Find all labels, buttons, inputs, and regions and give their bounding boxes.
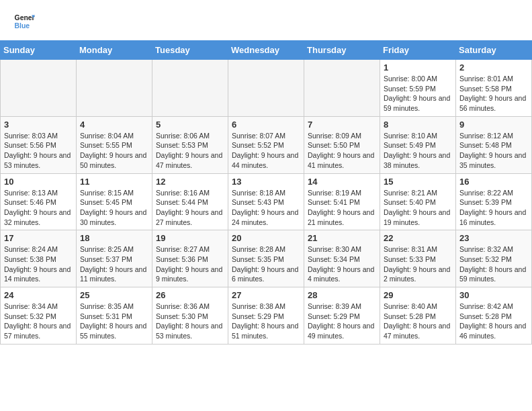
day-number: 8 [384,120,452,130]
calendar-cell: 13Sunrise: 8:18 AM Sunset: 5:43 PM Dayli… [228,173,304,230]
calendar-week-row: 24Sunrise: 8:34 AM Sunset: 5:32 PM Dayli… [1,287,532,345]
calendar-table: SundayMondayTuesdayWednesdayThursdayFrid… [0,40,532,345]
calendar-cell: 27Sunrise: 8:38 AM Sunset: 5:29 PM Dayli… [228,287,304,345]
calendar-cell: 3Sunrise: 8:03 AM Sunset: 5:56 PM Daylig… [1,116,77,173]
day-number: 14 [308,177,376,187]
calendar-cell: 1Sunrise: 8:00 AM Sunset: 5:59 PM Daylig… [380,60,456,117]
calendar-cell: 30Sunrise: 8:42 AM Sunset: 5:28 PM Dayli… [456,287,532,345]
day-number: 1 [384,62,452,73]
calendar-cell: 29Sunrise: 8:40 AM Sunset: 5:28 PM Dayli… [380,287,456,345]
calendar-cell [228,60,304,117]
day-info: Sunrise: 8:12 AM Sunset: 5:48 PM Dayligh… [459,131,528,171]
day-number: 4 [80,120,148,130]
day-number: 26 [156,290,224,300]
day-number: 19 [156,233,224,243]
day-number: 9 [459,120,528,130]
calendar-cell: 9Sunrise: 8:12 AM Sunset: 5:48 PM Daylig… [456,116,532,173]
calendar-cell [77,60,152,117]
weekday-header-wednesday: Wednesday [228,41,304,60]
day-info: Sunrise: 8:15 AM Sunset: 5:45 PM Dayligh… [80,188,148,228]
day-info: Sunrise: 8:39 AM Sunset: 5:29 PM Dayligh… [308,302,376,341]
weekday-header-friday: Friday [380,41,456,60]
day-info: Sunrise: 8:13 AM Sunset: 5:46 PM Dayligh… [4,188,73,228]
calendar-cell [1,60,77,117]
day-number: 13 [232,177,300,187]
page-header: General Blue [0,0,532,35]
calendar-cell: 14Sunrise: 8:19 AM Sunset: 5:41 PM Dayli… [304,173,380,230]
day-info: Sunrise: 8:16 AM Sunset: 5:44 PM Dayligh… [156,188,224,228]
day-info: Sunrise: 8:28 AM Sunset: 5:35 PM Dayligh… [232,244,300,284]
calendar-cell: 24Sunrise: 8:34 AM Sunset: 5:32 PM Dayli… [1,287,77,345]
day-info: Sunrise: 8:31 AM Sunset: 5:33 PM Dayligh… [384,244,452,284]
svg-text:General: General [15,14,35,21]
day-number: 25 [80,290,148,300]
calendar-cell: 16Sunrise: 8:22 AM Sunset: 5:39 PM Dayli… [456,173,532,230]
day-number: 11 [80,177,148,187]
day-info: Sunrise: 8:21 AM Sunset: 5:40 PM Dayligh… [384,188,452,228]
calendar-cell [304,60,380,117]
day-number: 21 [308,233,376,243]
day-number: 28 [308,290,376,300]
day-info: Sunrise: 8:09 AM Sunset: 5:50 PM Dayligh… [308,131,376,171]
day-info: Sunrise: 8:36 AM Sunset: 5:30 PM Dayligh… [156,302,224,341]
day-number: 23 [459,233,528,243]
calendar-cell: 8Sunrise: 8:10 AM Sunset: 5:49 PM Daylig… [380,116,456,173]
day-info: Sunrise: 8:01 AM Sunset: 5:58 PM Dayligh… [459,74,528,113]
day-number: 24 [4,290,73,300]
day-info: Sunrise: 8:06 AM Sunset: 5:53 PM Dayligh… [156,131,224,171]
day-info: Sunrise: 8:18 AM Sunset: 5:43 PM Dayligh… [232,188,300,228]
weekday-header-thursday: Thursday [304,41,380,60]
calendar-week-row: 1Sunrise: 8:00 AM Sunset: 5:59 PM Daylig… [1,60,532,117]
day-info: Sunrise: 8:35 AM Sunset: 5:31 PM Dayligh… [80,302,148,341]
calendar-cell: 22Sunrise: 8:31 AM Sunset: 5:33 PM Dayli… [380,230,456,287]
day-number: 3 [4,120,73,130]
day-number: 22 [384,233,452,243]
day-number: 18 [80,233,148,243]
calendar-cell: 7Sunrise: 8:09 AM Sunset: 5:50 PM Daylig… [304,116,380,173]
calendar-cell: 21Sunrise: 8:30 AM Sunset: 5:34 PM Dayli… [304,230,380,287]
calendar-week-row: 3Sunrise: 8:03 AM Sunset: 5:56 PM Daylig… [1,116,532,173]
calendar-cell: 10Sunrise: 8:13 AM Sunset: 5:46 PM Dayli… [1,173,77,230]
day-number: 7 [308,120,376,130]
calendar-cell: 23Sunrise: 8:32 AM Sunset: 5:32 PM Dayli… [456,230,532,287]
day-info: Sunrise: 8:07 AM Sunset: 5:52 PM Dayligh… [232,131,300,171]
calendar-cell: 18Sunrise: 8:25 AM Sunset: 5:37 PM Dayli… [77,230,152,287]
weekday-header-monday: Monday [77,41,152,60]
calendar-cell: 25Sunrise: 8:35 AM Sunset: 5:31 PM Dayli… [77,287,152,345]
calendar-cell: 17Sunrise: 8:24 AM Sunset: 5:38 PM Dayli… [1,230,77,287]
calendar-cell: 28Sunrise: 8:39 AM Sunset: 5:29 PM Dayli… [304,287,380,345]
calendar-cell: 4Sunrise: 8:04 AM Sunset: 5:55 PM Daylig… [77,116,152,173]
day-number: 20 [232,233,300,243]
weekday-header-saturday: Saturday [456,41,532,60]
weekday-header-tuesday: Tuesday [152,41,228,60]
calendar-week-row: 17Sunrise: 8:24 AM Sunset: 5:38 PM Dayli… [1,230,532,287]
day-info: Sunrise: 8:38 AM Sunset: 5:29 PM Dayligh… [232,302,300,341]
logo: General Blue [13,11,35,32]
weekday-header-sunday: Sunday [1,41,77,60]
day-info: Sunrise: 8:25 AM Sunset: 5:37 PM Dayligh… [80,244,148,284]
calendar-cell: 20Sunrise: 8:28 AM Sunset: 5:35 PM Dayli… [228,230,304,287]
day-number: 16 [459,177,528,187]
calendar-cell: 5Sunrise: 8:06 AM Sunset: 5:53 PM Daylig… [152,116,228,173]
day-number: 6 [232,120,300,130]
day-info: Sunrise: 8:10 AM Sunset: 5:49 PM Dayligh… [384,131,452,171]
day-info: Sunrise: 8:32 AM Sunset: 5:32 PM Dayligh… [459,244,528,284]
calendar-cell: 12Sunrise: 8:16 AM Sunset: 5:44 PM Dayli… [152,173,228,230]
day-info: Sunrise: 8:03 AM Sunset: 5:56 PM Dayligh… [4,131,73,171]
day-number: 2 [459,62,528,73]
calendar-header-row: SundayMondayTuesdayWednesdayThursdayFrid… [1,41,532,60]
calendar-cell: 11Sunrise: 8:15 AM Sunset: 5:45 PM Dayli… [77,173,152,230]
day-info: Sunrise: 8:27 AM Sunset: 5:36 PM Dayligh… [156,244,224,284]
calendar-cell: 15Sunrise: 8:21 AM Sunset: 5:40 PM Dayli… [380,173,456,230]
calendar-cell [152,60,228,117]
day-number: 5 [156,120,224,130]
day-number: 12 [156,177,224,187]
calendar-cell: 19Sunrise: 8:27 AM Sunset: 5:36 PM Dayli… [152,230,228,287]
day-number: 10 [4,177,73,187]
day-info: Sunrise: 8:42 AM Sunset: 5:28 PM Dayligh… [459,302,528,341]
svg-text:Blue: Blue [15,22,30,30]
day-number: 29 [384,290,452,300]
calendar-week-row: 10Sunrise: 8:13 AM Sunset: 5:46 PM Dayli… [1,173,532,230]
day-info: Sunrise: 8:30 AM Sunset: 5:34 PM Dayligh… [308,244,376,284]
day-info: Sunrise: 8:19 AM Sunset: 5:41 PM Dayligh… [308,188,376,228]
